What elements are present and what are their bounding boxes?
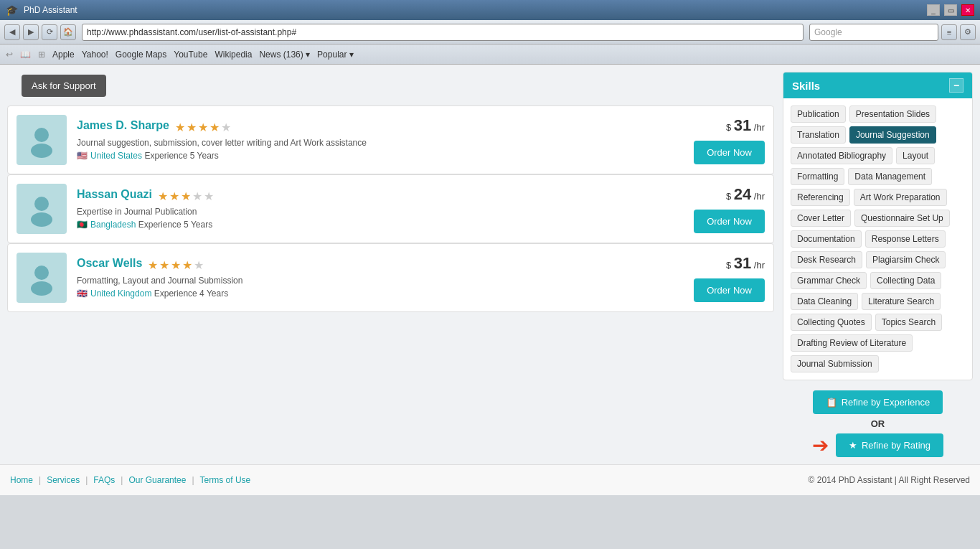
- skill-tag-desk-research[interactable]: Desk Research: [791, 251, 862, 268]
- refresh-button[interactable]: ⟳: [42, 24, 57, 40]
- content-area: Ask for Support James D. Sharpe★★★★★Jour…: [0, 65, 980, 464]
- avatar-0: [17, 115, 67, 165]
- skills-body: PublicationPresentation SlidesTranslatio…: [783, 98, 972, 380]
- bookmark-popular[interactable]: Popular ▾: [317, 50, 354, 60]
- skill-tag-collecting-quotes[interactable]: Collecting Quotes: [791, 314, 872, 331]
- menu-icon[interactable]: ≡: [941, 24, 957, 40]
- nav-bar: ◀ ▶ ⟳ 🏠 http://www.phdassistant.com/user…: [0, 20, 980, 44]
- card-description-2: Formatting, Layout and Journal Submissio…: [77, 276, 684, 286]
- url-text: http://www.phdassistant.com/user/list-of…: [87, 27, 296, 37]
- main-content: Ask for Support James D. Sharpe★★★★★Jour…: [7, 72, 774, 457]
- skills-header: Skills −: [783, 72, 972, 98]
- browser-title: PhD Assistant: [24, 5, 77, 15]
- skill-tag-art-work-preparation[interactable]: Art Work Preparation: [854, 189, 947, 206]
- skill-tag-questionnaire-set-up[interactable]: Questionnaire Set Up: [854, 210, 950, 227]
- settings-icon[interactable]: ⚙: [960, 24, 976, 40]
- ask-support-button[interactable]: Ask for Support: [22, 75, 106, 97]
- search-bar[interactable]: Google: [809, 24, 938, 41]
- footer-link-services[interactable]: Services: [47, 475, 80, 485]
- star-filled: ★: [187, 121, 197, 134]
- price-display-0: $ 31 /hr: [694, 116, 765, 135]
- restore-button[interactable]: ▭: [944, 4, 957, 16]
- star-empty: ★: [194, 258, 204, 272]
- card-info-1: Hassan Quazi★★★★★Expertise in Journal Pu…: [77, 188, 684, 230]
- svg-point-5: [31, 281, 52, 296]
- skill-tag-presentation-slides[interactable]: Presentation Slides: [849, 105, 936, 123]
- card-stars-2: ★★★★★: [148, 258, 204, 272]
- bookmarks-bar: ↩ 📖 ⊞ Apple Yahoo! Google Maps YouTube W…: [0, 44, 980, 65]
- footer-link-home[interactable]: Home: [10, 475, 33, 485]
- skill-tag-response-letters[interactable]: Response Letters: [865, 230, 946, 248]
- order-button-1[interactable]: Order Now: [694, 210, 765, 233]
- skill-tag-literature-search[interactable]: Literature Search: [862, 293, 941, 310]
- country-link-2[interactable]: United Kingdom: [90, 288, 151, 299]
- footer-separator-2: |: [85, 475, 88, 485]
- card-name-0[interactable]: James D. Sharpe: [77, 119, 169, 132]
- order-button-2[interactable]: Order Now: [694, 278, 765, 302]
- address-bar[interactable]: http://www.phdassistant.com/user/list-of…: [82, 24, 804, 41]
- assistant-card-0: James D. Sharpe★★★★★Journal suggestion, …: [7, 105, 774, 174]
- card-location-2: 🇬🇧United Kingdom Experience 4 Years: [77, 288, 684, 299]
- bm-icon-book: 📖: [20, 50, 31, 60]
- card-name-1[interactable]: Hassan Quazi: [77, 188, 152, 201]
- skill-tag-plagiarsim-check[interactable]: Plagiarsim Check: [866, 251, 946, 268]
- bookmark-yahoo[interactable]: Yahoo!: [82, 50, 108, 60]
- experience-text-2: Experience 4 Years: [154, 288, 228, 299]
- footer-separator-3: |: [121, 475, 123, 485]
- skill-tag-layout[interactable]: Layout: [896, 147, 935, 164]
- skill-tags: PublicationPresentation SlidesTranslatio…: [791, 105, 965, 372]
- footer-links: Home|Services|FAQs|Our Guarantee|Terms o…: [10, 475, 250, 485]
- country-link-0[interactable]: United States: [90, 151, 142, 161]
- refine-rating-label: Refine by Rating: [862, 440, 930, 451]
- skill-tag-documentation[interactable]: Documentation: [791, 230, 862, 248]
- skills-collapse-button[interactable]: −: [949, 78, 963, 93]
- svg-point-2: [34, 197, 49, 211]
- skill-tag-journal-suggestion[interactable]: Journal Suggestion: [849, 126, 936, 144]
- window-controls: _ ▭ ✕: [927, 4, 974, 16]
- price-amount-0: 31: [734, 116, 751, 134]
- skill-tag-formatting[interactable]: Formatting: [791, 168, 844, 185]
- country-link-1[interactable]: Bangladesh: [90, 220, 136, 230]
- skill-tag-publication[interactable]: Publication: [791, 105, 846, 123]
- close-button[interactable]: ✕: [961, 4, 974, 16]
- rating-icon: ★: [849, 440, 857, 451]
- refine-experience-button[interactable]: 📋 Refine by Experience: [813, 390, 943, 414]
- home-button[interactable]: 🏠: [60, 24, 76, 40]
- footer-link-our-guarantee[interactable]: Our Guarantee: [128, 475, 186, 485]
- svg-point-3: [31, 212, 52, 227]
- skill-tag-data-management[interactable]: Data Management: [848, 168, 932, 185]
- skill-tag-translation[interactable]: Translation: [791, 126, 846, 144]
- skill-tag-journal-submission[interactable]: Journal Submission: [791, 355, 879, 372]
- skill-tag-annotated-bibliography[interactable]: Annotated Bibliography: [791, 147, 892, 164]
- bookmark-apple[interactable]: Apple: [52, 50, 75, 60]
- back-button[interactable]: ◀: [4, 24, 20, 40]
- skill-tag-topics-search[interactable]: Topics Search: [875, 314, 942, 331]
- sidebar: Skills − PublicationPresentation SlidesT…: [783, 72, 973, 457]
- svg-point-0: [34, 128, 49, 142]
- price-amount-1: 24: [734, 185, 751, 203]
- card-name-2[interactable]: Oscar Wells: [77, 257, 142, 270]
- price-display-2: $ 31 /hr: [694, 254, 765, 273]
- skill-tag-grammar-check[interactable]: Grammar Check: [791, 272, 867, 289]
- card-stars-0: ★★★★★: [175, 121, 231, 134]
- star-empty: ★: [221, 121, 231, 134]
- avatar-2: [17, 253, 67, 303]
- card-stars-1: ★★★★★: [158, 189, 214, 203]
- skill-tag-data-cleaning[interactable]: Data Cleaning: [791, 293, 858, 310]
- footer-link-faqs[interactable]: FAQs: [93, 475, 115, 485]
- order-button-0[interactable]: Order Now: [694, 141, 765, 164]
- bookmark-googlemaps[interactable]: Google Maps: [116, 50, 166, 60]
- star-filled: ★: [159, 258, 169, 272]
- skill-tag-cover-letter[interactable]: Cover Letter: [791, 210, 851, 227]
- forward-button[interactable]: ▶: [23, 24, 39, 40]
- bookmark-youtube[interactable]: YouTube: [174, 50, 207, 60]
- refine-rating-button[interactable]: ★ Refine by Rating: [836, 433, 943, 457]
- minimize-button[interactable]: _: [927, 4, 940, 16]
- bookmark-news[interactable]: News (136) ▾: [259, 50, 310, 60]
- footer-link-terms-of-use[interactable]: Terms of Use: [200, 475, 251, 485]
- skill-tag-referencing[interactable]: Referencing: [791, 189, 850, 206]
- skill-tag-drafting-review-of-literature[interactable]: Drafting Review of Literature: [791, 334, 913, 352]
- assistant-card-1: Hassan Quazi★★★★★Expertise in Journal Pu…: [7, 174, 774, 243]
- skill-tag-collecting-data[interactable]: Collecting Data: [870, 272, 941, 289]
- bookmark-wikipedia[interactable]: Wikipedia: [215, 50, 252, 60]
